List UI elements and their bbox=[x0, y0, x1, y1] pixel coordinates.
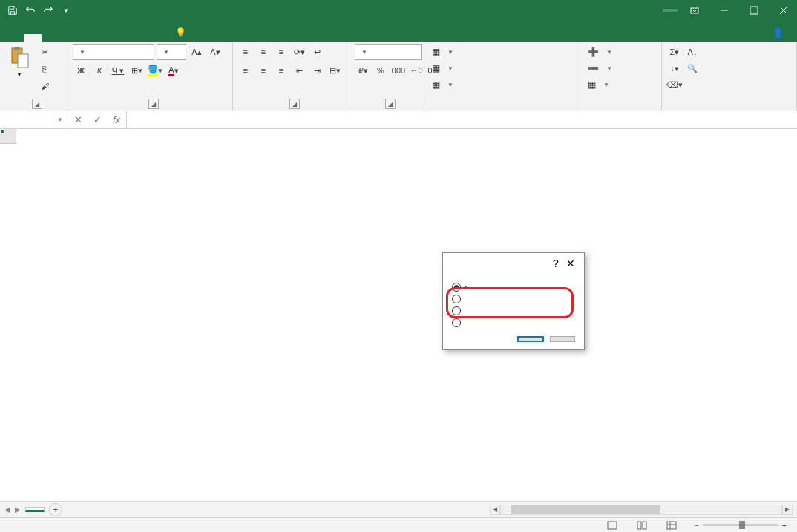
tab-formulas[interactable] bbox=[77, 34, 95, 42]
increase-font-icon[interactable]: A▴ bbox=[188, 44, 205, 60]
border-icon[interactable]: ⊞▾ bbox=[128, 62, 145, 79]
dialog-close-icon[interactable]: ✕ bbox=[563, 257, 578, 269]
copy-icon[interactable]: ⎘ bbox=[36, 61, 53, 77]
sheet-nav-next-icon[interactable]: ▶ bbox=[15, 505, 21, 513]
radio-entire-column[interactable] bbox=[452, 317, 575, 329]
hscroll-thumb[interactable] bbox=[511, 505, 660, 514]
percent-icon[interactable]: % bbox=[373, 62, 389, 79]
maximize-icon[interactable] bbox=[741, 0, 767, 21]
tab-view[interactable] bbox=[131, 34, 148, 42]
zoom-in-icon[interactable]: + bbox=[782, 521, 787, 530]
zoom-thumb[interactable] bbox=[739, 521, 745, 529]
align-middle-icon[interactable]: ≡ bbox=[255, 44, 272, 60]
font-size-combo[interactable]: ▼ bbox=[157, 44, 186, 60]
cancel-formula-icon[interactable]: ✕ bbox=[68, 111, 88, 128]
zoom-control[interactable]: − + bbox=[694, 521, 791, 530]
hscroll-track[interactable] bbox=[500, 505, 782, 515]
font-name-combo[interactable]: ▼ bbox=[73, 44, 154, 60]
increase-indent-icon[interactable]: ⇥ bbox=[309, 62, 325, 79]
share-button[interactable]: 👤 bbox=[762, 24, 797, 42]
align-left-icon[interactable]: ≡ bbox=[237, 62, 254, 79]
alignment-launcher[interactable]: ◢ bbox=[289, 99, 300, 109]
cell-styles-button[interactable]: ▦▼ bbox=[429, 76, 456, 93]
dialog-ok-button[interactable] bbox=[517, 336, 544, 342]
font-color-icon[interactable]: A▾ bbox=[165, 62, 182, 79]
clear-icon[interactable]: ⌫▾ bbox=[666, 76, 683, 93]
clipboard-launcher[interactable]: ◢ bbox=[32, 99, 42, 109]
zoom-out-icon[interactable]: − bbox=[694, 521, 698, 530]
decrease-font-icon[interactable]: A▾ bbox=[207, 44, 223, 60]
close-icon[interactable] bbox=[770, 0, 797, 21]
fill-handle[interactable] bbox=[0, 129, 4, 134]
fx-icon[interactable]: fx bbox=[107, 111, 126, 128]
add-sheet-icon[interactable]: + bbox=[49, 503, 62, 516]
tab-file[interactable] bbox=[6, 34, 24, 42]
find-icon[interactable]: 🔍 bbox=[684, 60, 701, 76]
orientation-icon[interactable]: ⟳▾ bbox=[291, 44, 307, 60]
tab-page-layout[interactable] bbox=[59, 34, 77, 42]
ribbon-options-icon[interactable] bbox=[681, 0, 708, 21]
undo-icon[interactable] bbox=[22, 2, 39, 19]
bold-button[interactable]: Ж bbox=[73, 62, 89, 79]
italic-button[interactable]: К bbox=[91, 62, 108, 79]
align-top-icon[interactable]: ≡ bbox=[237, 44, 254, 60]
fill-icon[interactable]: ↓▾ bbox=[666, 60, 683, 76]
qat-customize-icon[interactable]: ▼ bbox=[58, 2, 74, 19]
view-page-layout-icon[interactable] bbox=[634, 519, 649, 531]
tab-data[interactable] bbox=[95, 34, 113, 42]
autosum-icon[interactable]: Σ▾ bbox=[666, 44, 683, 60]
format-painter-icon[interactable]: 🖌 bbox=[36, 78, 53, 94]
sheet-tab[interactable] bbox=[25, 507, 45, 512]
sheet-nav-prev-icon[interactable]: ◀ bbox=[4, 505, 10, 513]
tab-help[interactable] bbox=[148, 34, 166, 42]
insert-cells-button[interactable]: ➕▼ bbox=[585, 44, 615, 60]
delete-cells-button[interactable]: ➖▼ bbox=[585, 60, 615, 76]
radio-entire-row[interactable] bbox=[452, 305, 575, 317]
fill-color-icon[interactable]: 🪣▾ bbox=[147, 62, 163, 79]
svg-rect-8 bbox=[608, 522, 617, 529]
redo-icon[interactable] bbox=[40, 2, 56, 19]
spreadsheet-grid[interactable] bbox=[0, 129, 797, 501]
radio-shift-up[interactable] bbox=[452, 293, 575, 305]
align-center-icon[interactable]: ≡ bbox=[255, 62, 272, 79]
zoom-slider[interactable] bbox=[703, 524, 778, 526]
name-box[interactable]: ▼ bbox=[0, 111, 68, 128]
minimize-icon[interactable] bbox=[711, 0, 738, 21]
conditional-formatting-button[interactable]: ▦▼ bbox=[429, 44, 456, 60]
wrap-text-icon[interactable]: ↩ bbox=[309, 44, 325, 60]
cut-icon[interactable]: ✂ bbox=[36, 44, 53, 60]
view-normal-icon[interactable] bbox=[605, 519, 620, 531]
number-launcher[interactable]: ◢ bbox=[385, 99, 396, 109]
format-cells-button[interactable]: ▦▼ bbox=[585, 76, 612, 93]
hscroll-right-icon[interactable]: ▶ bbox=[782, 505, 793, 515]
enter-formula-icon[interactable]: ✓ bbox=[88, 111, 107, 128]
decrease-indent-icon[interactable]: ⇤ bbox=[291, 62, 307, 79]
tab-home[interactable] bbox=[24, 34, 42, 42]
tab-review[interactable] bbox=[113, 34, 131, 42]
save-icon[interactable] bbox=[4, 2, 21, 19]
comma-icon[interactable]: 000 bbox=[390, 62, 407, 79]
format-as-table-button[interactable]: ▦▼ bbox=[429, 60, 456, 76]
number-format-combo[interactable]: ▼ bbox=[355, 44, 422, 60]
dialog-cancel-button[interactable] bbox=[550, 336, 575, 342]
formula-input[interactable] bbox=[127, 111, 797, 128]
currency-icon[interactable]: ₽▾ bbox=[355, 62, 371, 79]
tell-me[interactable]: 💡 bbox=[166, 24, 200, 42]
merge-icon[interactable]: ⊟▾ bbox=[327, 62, 343, 79]
increase-decimal-icon[interactable]: ←0 bbox=[408, 62, 424, 79]
paste-button[interactable]: ▼ bbox=[4, 44, 34, 79]
align-bottom-icon[interactable]: ≡ bbox=[273, 44, 289, 60]
login-button[interactable] bbox=[662, 8, 678, 13]
underline-button[interactable]: Ч ▾ bbox=[110, 62, 126, 79]
sort-icon[interactable]: A↓ bbox=[684, 44, 701, 60]
tab-insert[interactable] bbox=[42, 34, 59, 42]
align-right-icon[interactable]: ≡ bbox=[273, 62, 289, 79]
hscroll-left-icon[interactable]: ◀ bbox=[490, 505, 500, 515]
dialog-help-icon[interactable]: ? bbox=[548, 257, 563, 269]
radio-label bbox=[465, 286, 468, 288]
ribbon-tabs: 💡 👤 bbox=[0, 21, 797, 42]
lightbulb-icon: 💡 bbox=[175, 27, 186, 38]
radio-shift-left[interactable] bbox=[452, 281, 575, 293]
font-launcher[interactable]: ◢ bbox=[148, 99, 159, 109]
view-page-break-icon[interactable] bbox=[664, 519, 679, 531]
